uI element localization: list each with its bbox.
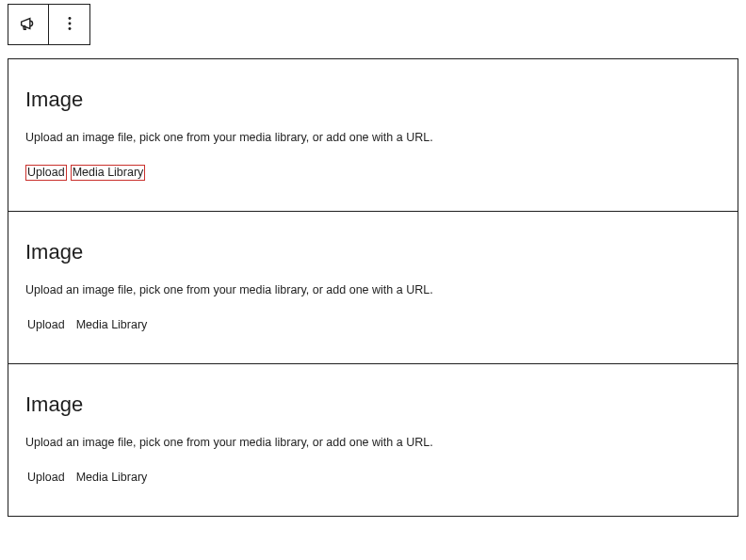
image-block[interactable]: Image Upload an image file, pick one fro… — [8, 364, 738, 517]
image-block[interactable]: Image Upload an image file, pick one fro… — [8, 58, 738, 212]
megaphone-icon — [18, 13, 39, 37]
upload-button[interactable]: Upload — [25, 165, 67, 181]
block-actions: Upload Media Library — [25, 317, 721, 333]
more-options-button[interactable] — [49, 4, 90, 45]
svg-point-2 — [68, 27, 71, 30]
svg-point-1 — [68, 22, 71, 24]
svg-point-0 — [68, 17, 71, 20]
block-type-button[interactable] — [8, 4, 49, 45]
block-actions: Upload Media Library — [25, 165, 721, 181]
block-title: Image — [25, 392, 721, 417]
upload-button[interactable]: Upload — [25, 470, 67, 486]
image-block[interactable]: Image Upload an image file, pick one fro… — [8, 212, 738, 364]
block-actions: Upload Media Library — [25, 470, 721, 486]
block-description: Upload an image file, pick one from your… — [25, 283, 721, 296]
block-description: Upload an image file, pick one from your… — [25, 436, 721, 449]
media-library-button[interactable]: Media Library — [74, 470, 150, 486]
upload-button[interactable]: Upload — [25, 317, 67, 333]
block-toolbar — [8, 4, 746, 45]
more-vertical-icon — [59, 13, 80, 37]
block-title: Image — [25, 240, 721, 264]
media-library-button[interactable]: Media Library — [71, 165, 146, 181]
block-description: Upload an image file, pick one from your… — [25, 131, 721, 144]
blocks-container: Image Upload an image file, pick one fro… — [8, 58, 738, 517]
media-library-button[interactable]: Media Library — [74, 317, 150, 333]
block-title: Image — [25, 88, 721, 112]
